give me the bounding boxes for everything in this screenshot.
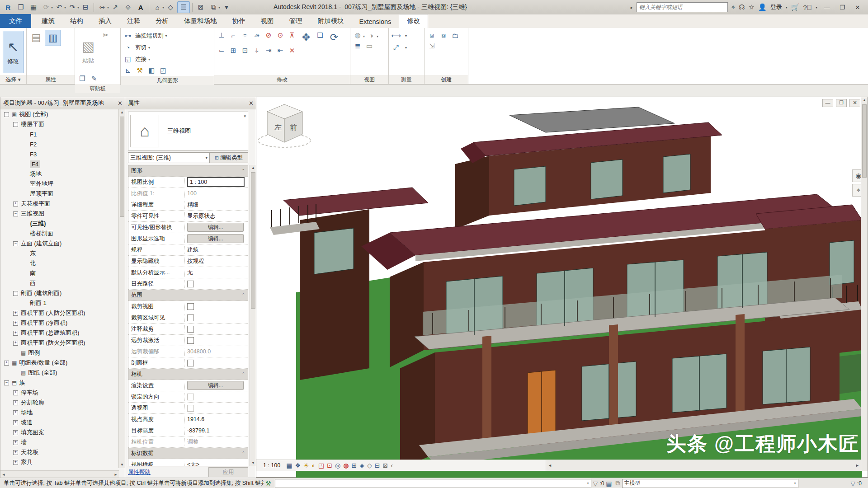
tree-item-F2[interactable]: F2	[0, 139, 119, 149]
undo-icon-dropdown[interactable]: ▾	[64, 5, 66, 9]
property-value[interactable]: 编辑...	[185, 381, 248, 390]
measure-icon[interactable]: ↗	[109, 2, 121, 13]
tree-item-面积平面 (人防分区面积)[interactable]: +面积平面 (人防分区面积)	[0, 308, 119, 318]
tree-expander-icon[interactable]: +	[13, 440, 18, 445]
edit-button[interactable]: 编辑...	[187, 223, 244, 232]
trim-single-icon[interactable]: ⇥	[263, 45, 274, 56]
aligned-dimension-icon[interactable]: ⇿	[96, 2, 108, 13]
tree-item-面积平面 (总建筑面积)[interactable]: +面积平面 (总建筑面积)	[0, 328, 119, 338]
demolish-icon[interactable]: ⚒	[134, 65, 145, 76]
tree-item-楼层平面[interactable]: −楼层平面	[0, 119, 119, 129]
copy2-icon[interactable]: ❑	[315, 30, 326, 41]
tab-体量和场地[interactable]: 体量和场地	[176, 14, 225, 28]
tree-item-分割轮廓[interactable]: +分割轮廓	[0, 398, 119, 408]
tree-item-面积平面 (净面积)[interactable]: +面积平面 (净面积)	[0, 318, 119, 328]
property-value[interactable]	[185, 405, 248, 412]
canvas-hscrollbar[interactable]: ◄►	[546, 460, 861, 471]
tree-expander-icon[interactable]: +	[13, 311, 18, 316]
paint-icon[interactable]: ◧	[146, 65, 157, 76]
tree-expander-icon[interactable]: −	[13, 241, 18, 246]
property-value[interactable]: 1914.6	[185, 416, 248, 422]
cut-icon[interactable]: ✂	[100, 30, 111, 41]
tab-管理[interactable]: 管理	[282, 14, 310, 28]
analytic-icon[interactable]: ⊠	[383, 462, 388, 469]
tree-item-室外地坪[interactable]: 室外地坪	[0, 179, 119, 189]
undo-icon[interactable]: ↶	[53, 2, 65, 13]
selection-filter-icon[interactable]: ▽	[850, 480, 855, 487]
properties-help-link[interactable]: 属性帮助	[128, 469, 151, 476]
workset-combo[interactable]: 主模型▾	[622, 479, 798, 488]
tab-文件[interactable]: 文件	[0, 14, 31, 28]
tree-item-{三维}[interactable]: {三维}	[0, 219, 119, 229]
close-button[interactable]: ✕	[852, 4, 863, 11]
property-value[interactable]: 精细	[185, 201, 248, 209]
trim-multi-icon[interactable]: ⇤	[275, 45, 286, 56]
tree-expander-icon[interactable]: −	[4, 112, 9, 117]
project-browser-close-icon[interactable]: ✕	[118, 100, 123, 107]
section-icon[interactable]: ◇	[165, 2, 176, 13]
property-value[interactable]	[185, 337, 248, 344]
paste-button[interactable]: ▧粘贴	[78, 31, 99, 72]
checkbox[interactable]	[187, 303, 194, 310]
tab-附加模块[interactable]: 附加模块	[310, 14, 352, 28]
switch-windows-icon-dropdown[interactable]: ▾	[218, 5, 220, 9]
instance-selector-combo[interactable]: 三维视图: {三维}▾	[128, 152, 210, 163]
edit-type-button[interactable]: ⊞编辑类型	[210, 152, 248, 163]
property-value[interactable]: 编辑...	[185, 223, 248, 232]
checkbox[interactable]	[187, 281, 194, 287]
aligned-dimension-icon-dropdown[interactable]: ▾	[107, 5, 109, 9]
tree-item-剖面 (建筑剖面)[interactable]: −剖面 (建筑剖面)	[0, 288, 119, 298]
project-browser-vscrollbar[interactable]: ▲ ▼	[118, 109, 125, 468]
edit-button[interactable]: 编辑...	[187, 234, 244, 243]
close-hidden-windows-icon[interactable]: ⊠	[195, 2, 207, 13]
checkbox[interactable]	[187, 337, 194, 344]
property-section-图形[interactable]: 图形⌃	[128, 165, 248, 177]
displacement-icon[interactable]: ◇	[367, 462, 372, 469]
property-value[interactable]	[185, 281, 248, 287]
tree-item-族[interactable]: −⬒族	[0, 378, 119, 388]
temp-hide-icon[interactable]: ◎	[335, 462, 340, 469]
checkbox[interactable]	[187, 326, 194, 333]
type-selector[interactable]: ⌂ 三维视图 ▾	[128, 112, 248, 150]
property-value[interactable]: -83799.1	[185, 427, 248, 434]
property-value[interactable]	[185, 314, 248, 321]
join-geometry-item[interactable]: ◱连接▾	[123, 53, 212, 65]
tree-expander-icon[interactable]: +	[4, 361, 9, 366]
linework-icon[interactable]: ≣	[352, 41, 363, 52]
tab-注释[interactable]: 注释	[119, 14, 148, 28]
checkbox[interactable]	[187, 360, 194, 366]
redo-icon-dropdown[interactable]: ▾	[77, 5, 79, 9]
tree-item-视图 (全部)[interactable]: −▣视图 (全部)	[0, 109, 119, 119]
offset-icon[interactable]: ⌐	[228, 30, 239, 41]
tree-item-北[interactable]: 北	[0, 258, 119, 268]
shadows-off-icon[interactable]: ◐	[312, 462, 316, 469]
property-section-相机[interactable]: 相机⌃	[128, 369, 248, 380]
tree-expander-icon[interactable]: +	[13, 341, 18, 346]
view-scale-input[interactable]: 1 : 100	[187, 177, 245, 187]
checkbox[interactable]	[187, 314, 194, 321]
edit-button[interactable]: 编辑...	[187, 381, 244, 390]
property-section-标识数据[interactable]: 标识数据⌃	[128, 448, 248, 459]
tree-expander-icon[interactable]: −	[13, 122, 18, 127]
property-value[interactable]: <无>	[185, 461, 248, 467]
measure-dim-item[interactable]: ⟷▾	[391, 30, 422, 42]
temp-properties-icon[interactable]: ⊞	[351, 462, 357, 469]
property-value[interactable]	[185, 360, 248, 366]
infocenter-expand-icon[interactable]: ▸	[631, 5, 633, 10]
cut-geometry-item[interactable]: ◔剪切▾	[123, 42, 212, 53]
tree-item-天花板平面[interactable]: +天花板平面	[0, 199, 119, 209]
tree-item-天花板[interactable]: +天花板	[0, 447, 119, 457]
property-value[interactable]: 1 : 100	[185, 177, 248, 187]
create-group-icon[interactable]: ⧈	[426, 30, 437, 41]
links-icon[interactable]: ⧉	[616, 479, 620, 487]
split-gap-icon[interactable]: ⊙	[275, 30, 286, 41]
tree-expander-icon[interactable]: +	[13, 460, 18, 465]
property-value[interactable]	[185, 303, 248, 310]
viewcube[interactable]: 左 前	[256, 97, 315, 151]
collapse-icon[interactable]: ‹	[391, 462, 393, 469]
property-value[interactable]: 建筑	[185, 246, 248, 254]
user-icon[interactable]: 👤	[758, 3, 767, 11]
tree-item-F3[interactable]: F3	[0, 149, 119, 159]
reveal-hidden-icon[interactable]: ◍	[343, 462, 349, 469]
property-section-范围[interactable]: 范围⌃	[128, 290, 248, 301]
